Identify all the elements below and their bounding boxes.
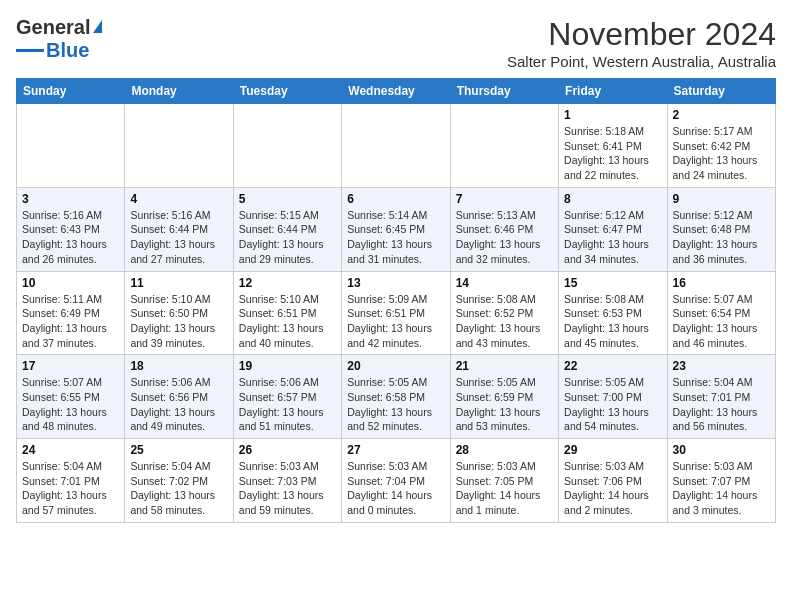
day-cell: 4Sunrise: 5:16 AM Sunset: 6:44 PM Daylig… bbox=[125, 187, 233, 271]
day-number: 19 bbox=[239, 359, 336, 373]
day-info: Sunrise: 5:08 AM Sunset: 6:53 PM Dayligh… bbox=[564, 292, 661, 351]
day-info: Sunrise: 5:15 AM Sunset: 6:44 PM Dayligh… bbox=[239, 208, 336, 267]
day-number: 1 bbox=[564, 108, 661, 122]
month-title: November 2024 bbox=[507, 16, 776, 53]
day-info: Sunrise: 5:18 AM Sunset: 6:41 PM Dayligh… bbox=[564, 124, 661, 183]
day-info: Sunrise: 5:11 AM Sunset: 6:49 PM Dayligh… bbox=[22, 292, 119, 351]
day-info: Sunrise: 5:05 AM Sunset: 7:00 PM Dayligh… bbox=[564, 375, 661, 434]
day-info: Sunrise: 5:06 AM Sunset: 6:56 PM Dayligh… bbox=[130, 375, 227, 434]
day-cell: 1Sunrise: 5:18 AM Sunset: 6:41 PM Daylig… bbox=[559, 104, 667, 188]
day-cell: 2Sunrise: 5:17 AM Sunset: 6:42 PM Daylig… bbox=[667, 104, 775, 188]
day-info: Sunrise: 5:16 AM Sunset: 6:44 PM Dayligh… bbox=[130, 208, 227, 267]
day-info: Sunrise: 5:09 AM Sunset: 6:51 PM Dayligh… bbox=[347, 292, 444, 351]
day-number: 16 bbox=[673, 276, 770, 290]
day-number: 13 bbox=[347, 276, 444, 290]
day-cell: 10Sunrise: 5:11 AM Sunset: 6:49 PM Dayli… bbox=[17, 271, 125, 355]
day-cell: 18Sunrise: 5:06 AM Sunset: 6:56 PM Dayli… bbox=[125, 355, 233, 439]
weekday-header-row: SundayMondayTuesdayWednesdayThursdayFrid… bbox=[17, 79, 776, 104]
day-cell: 9Sunrise: 5:12 AM Sunset: 6:48 PM Daylig… bbox=[667, 187, 775, 271]
day-info: Sunrise: 5:10 AM Sunset: 6:51 PM Dayligh… bbox=[239, 292, 336, 351]
title-area: November 2024 Salter Point, Western Aust… bbox=[507, 16, 776, 70]
day-info: Sunrise: 5:16 AM Sunset: 6:43 PM Dayligh… bbox=[22, 208, 119, 267]
day-number: 17 bbox=[22, 359, 119, 373]
day-cell: 14Sunrise: 5:08 AM Sunset: 6:52 PM Dayli… bbox=[450, 271, 558, 355]
week-row-1: 1Sunrise: 5:18 AM Sunset: 6:41 PM Daylig… bbox=[17, 104, 776, 188]
logo-triangle-icon bbox=[93, 20, 102, 33]
day-cell: 7Sunrise: 5:13 AM Sunset: 6:46 PM Daylig… bbox=[450, 187, 558, 271]
day-number: 25 bbox=[130, 443, 227, 457]
day-cell: 17Sunrise: 5:07 AM Sunset: 6:55 PM Dayli… bbox=[17, 355, 125, 439]
weekday-header-monday: Monday bbox=[125, 79, 233, 104]
day-number: 27 bbox=[347, 443, 444, 457]
day-number: 10 bbox=[22, 276, 119, 290]
day-cell: 11Sunrise: 5:10 AM Sunset: 6:50 PM Dayli… bbox=[125, 271, 233, 355]
day-number: 9 bbox=[673, 192, 770, 206]
day-info: Sunrise: 5:03 AM Sunset: 7:05 PM Dayligh… bbox=[456, 459, 553, 518]
day-number: 7 bbox=[456, 192, 553, 206]
day-cell bbox=[125, 104, 233, 188]
logo-blue: Blue bbox=[46, 39, 89, 62]
day-cell: 21Sunrise: 5:05 AM Sunset: 6:59 PM Dayli… bbox=[450, 355, 558, 439]
day-info: Sunrise: 5:13 AM Sunset: 6:46 PM Dayligh… bbox=[456, 208, 553, 267]
day-cell: 20Sunrise: 5:05 AM Sunset: 6:58 PM Dayli… bbox=[342, 355, 450, 439]
day-number: 26 bbox=[239, 443, 336, 457]
day-number: 12 bbox=[239, 276, 336, 290]
day-cell: 26Sunrise: 5:03 AM Sunset: 7:03 PM Dayli… bbox=[233, 439, 341, 523]
day-cell: 12Sunrise: 5:10 AM Sunset: 6:51 PM Dayli… bbox=[233, 271, 341, 355]
header: General Blue November 2024 Salter Point,… bbox=[16, 16, 776, 70]
day-number: 15 bbox=[564, 276, 661, 290]
day-info: Sunrise: 5:07 AM Sunset: 6:54 PM Dayligh… bbox=[673, 292, 770, 351]
day-cell: 28Sunrise: 5:03 AM Sunset: 7:05 PM Dayli… bbox=[450, 439, 558, 523]
weekday-header-wednesday: Wednesday bbox=[342, 79, 450, 104]
day-number: 18 bbox=[130, 359, 227, 373]
day-number: 30 bbox=[673, 443, 770, 457]
day-cell: 22Sunrise: 5:05 AM Sunset: 7:00 PM Dayli… bbox=[559, 355, 667, 439]
day-number: 3 bbox=[22, 192, 119, 206]
day-info: Sunrise: 5:12 AM Sunset: 6:48 PM Dayligh… bbox=[673, 208, 770, 267]
day-number: 8 bbox=[564, 192, 661, 206]
day-info: Sunrise: 5:03 AM Sunset: 7:04 PM Dayligh… bbox=[347, 459, 444, 518]
day-info: Sunrise: 5:05 AM Sunset: 6:59 PM Dayligh… bbox=[456, 375, 553, 434]
day-info: Sunrise: 5:03 AM Sunset: 7:06 PM Dayligh… bbox=[564, 459, 661, 518]
day-cell bbox=[17, 104, 125, 188]
day-number: 28 bbox=[456, 443, 553, 457]
day-cell: 19Sunrise: 5:06 AM Sunset: 6:57 PM Dayli… bbox=[233, 355, 341, 439]
weekday-header-friday: Friday bbox=[559, 79, 667, 104]
day-info: Sunrise: 5:08 AM Sunset: 6:52 PM Dayligh… bbox=[456, 292, 553, 351]
day-cell: 25Sunrise: 5:04 AM Sunset: 7:02 PM Dayli… bbox=[125, 439, 233, 523]
day-cell bbox=[342, 104, 450, 188]
day-info: Sunrise: 5:03 AM Sunset: 7:03 PM Dayligh… bbox=[239, 459, 336, 518]
weekday-header-sunday: Sunday bbox=[17, 79, 125, 104]
day-info: Sunrise: 5:04 AM Sunset: 7:01 PM Dayligh… bbox=[22, 459, 119, 518]
weekday-header-saturday: Saturday bbox=[667, 79, 775, 104]
day-cell: 30Sunrise: 5:03 AM Sunset: 7:07 PM Dayli… bbox=[667, 439, 775, 523]
day-cell bbox=[233, 104, 341, 188]
day-info: Sunrise: 5:17 AM Sunset: 6:42 PM Dayligh… bbox=[673, 124, 770, 183]
day-number: 2 bbox=[673, 108, 770, 122]
day-info: Sunrise: 5:04 AM Sunset: 7:01 PM Dayligh… bbox=[673, 375, 770, 434]
day-cell: 29Sunrise: 5:03 AM Sunset: 7:06 PM Dayli… bbox=[559, 439, 667, 523]
day-number: 29 bbox=[564, 443, 661, 457]
day-cell: 24Sunrise: 5:04 AM Sunset: 7:01 PM Dayli… bbox=[17, 439, 125, 523]
day-number: 4 bbox=[130, 192, 227, 206]
day-cell: 16Sunrise: 5:07 AM Sunset: 6:54 PM Dayli… bbox=[667, 271, 775, 355]
day-cell: 5Sunrise: 5:15 AM Sunset: 6:44 PM Daylig… bbox=[233, 187, 341, 271]
logo-general: General bbox=[16, 16, 90, 39]
day-number: 22 bbox=[564, 359, 661, 373]
logo: General Blue bbox=[16, 16, 102, 62]
day-number: 11 bbox=[130, 276, 227, 290]
calendar: SundayMondayTuesdayWednesdayThursdayFrid… bbox=[16, 78, 776, 523]
week-row-4: 17Sunrise: 5:07 AM Sunset: 6:55 PM Dayli… bbox=[17, 355, 776, 439]
subtitle: Salter Point, Western Australia, Austral… bbox=[507, 53, 776, 70]
day-number: 21 bbox=[456, 359, 553, 373]
day-cell: 13Sunrise: 5:09 AM Sunset: 6:51 PM Dayli… bbox=[342, 271, 450, 355]
day-number: 23 bbox=[673, 359, 770, 373]
day-info: Sunrise: 5:07 AM Sunset: 6:55 PM Dayligh… bbox=[22, 375, 119, 434]
day-info: Sunrise: 5:10 AM Sunset: 6:50 PM Dayligh… bbox=[130, 292, 227, 351]
day-info: Sunrise: 5:14 AM Sunset: 6:45 PM Dayligh… bbox=[347, 208, 444, 267]
day-number: 6 bbox=[347, 192, 444, 206]
weekday-header-thursday: Thursday bbox=[450, 79, 558, 104]
day-cell: 3Sunrise: 5:16 AM Sunset: 6:43 PM Daylig… bbox=[17, 187, 125, 271]
day-info: Sunrise: 5:12 AM Sunset: 6:47 PM Dayligh… bbox=[564, 208, 661, 267]
day-number: 20 bbox=[347, 359, 444, 373]
